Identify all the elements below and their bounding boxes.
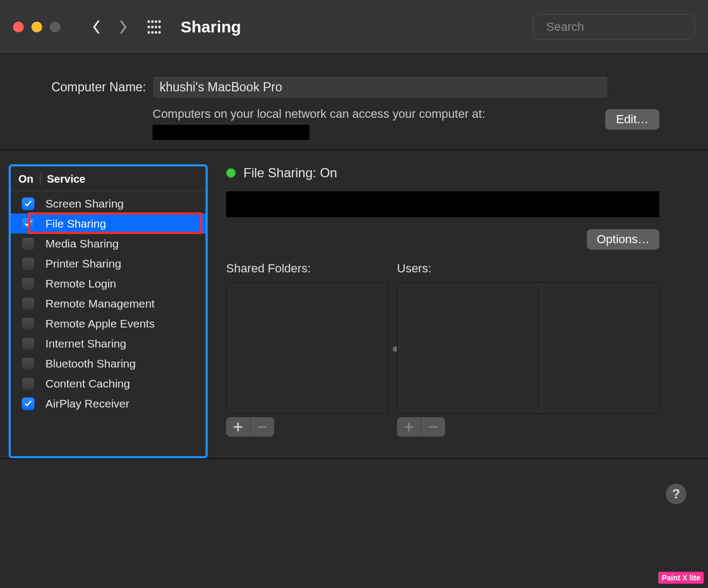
svg-point-1	[151, 20, 154, 23]
service-row[interactable]: AirPlay Receiver	[11, 393, 206, 413]
plus-icon	[404, 422, 414, 432]
service-row[interactable]: Media Sharing	[11, 233, 206, 253]
main-content: On Service Screen SharingFile SharingMed…	[0, 150, 708, 458]
footer: ? Paint X lite	[0, 458, 708, 588]
service-checkbox[interactable]	[22, 357, 35, 370]
minus-icon	[428, 422, 438, 432]
service-label: Content Caching	[45, 377, 206, 390]
service-label: Bluetooth Sharing	[45, 357, 206, 370]
service-row[interactable]: Content Caching	[11, 373, 206, 393]
svg-point-4	[148, 25, 150, 28]
service-checkbox[interactable]	[22, 317, 35, 330]
service-label: Remote Apple Events	[45, 317, 206, 330]
close-window-button[interactable]	[13, 22, 24, 32]
users-list[interactable]	[397, 282, 659, 414]
apps-grid-icon	[147, 20, 161, 34]
minus-icon	[257, 422, 267, 432]
chevron-left-icon	[92, 19, 101, 35]
add-user-button[interactable]	[397, 417, 421, 437]
help-button[interactable]: ?	[666, 484, 686, 504]
svg-point-0	[148, 20, 150, 23]
watermark-badge: Paint X lite	[658, 572, 704, 584]
users-label: Users:	[397, 262, 659, 276]
header-divider	[40, 173, 41, 185]
shared-folders-list[interactable]	[226, 282, 388, 414]
titlebar: Sharing	[0, 0, 708, 54]
address-redacted	[226, 191, 659, 217]
shared-folders-column: Shared Folders:	[226, 262, 388, 437]
service-label: Remote Management	[45, 297, 206, 310]
add-folder-button[interactable]	[226, 417, 250, 437]
service-checkbox[interactable]	[22, 257, 35, 270]
service-row[interactable]: Remote Management	[11, 293, 206, 313]
service-label: AirPlay Receiver	[45, 397, 206, 410]
svg-point-8	[148, 31, 150, 34]
maximize-window-button[interactable]	[50, 22, 61, 32]
svg-point-3	[158, 20, 161, 23]
service-label: File Sharing	[45, 217, 206, 230]
service-row[interactable]: Remote Login	[11, 273, 206, 293]
service-checkbox[interactable]	[22, 197, 35, 210]
services-header: On Service	[11, 166, 206, 191]
status-indicator-icon	[226, 168, 236, 178]
service-row[interactable]: File Sharing	[11, 213, 206, 233]
service-label: Remote Login	[45, 277, 206, 290]
service-label: Internet Sharing	[45, 337, 206, 350]
status-row: File Sharing: On	[226, 164, 659, 181]
service-checkbox[interactable]	[22, 237, 35, 250]
services-header-service: Service	[47, 173, 85, 185]
svg-point-5	[151, 25, 154, 28]
detail-panel: File Sharing: On Options… Shared Folders…	[226, 164, 659, 458]
chevron-right-icon	[119, 19, 128, 35]
computer-name-subtext: Computers on your local network can acce…	[153, 106, 485, 140]
users-column: Users:	[397, 262, 659, 437]
svg-point-6	[155, 25, 157, 28]
plus-icon	[233, 422, 243, 432]
hostname-redacted	[153, 125, 309, 140]
services-panel: On Service Screen SharingFile SharingMed…	[9, 164, 208, 458]
computer-name-section: Computer Name: Computers on your local n…	[0, 54, 708, 150]
minimize-window-button[interactable]	[31, 22, 42, 32]
back-button[interactable]	[89, 16, 104, 38]
edit-hostname-button[interactable]: Edit…	[605, 109, 659, 130]
service-checkbox[interactable]	[22, 217, 35, 230]
service-checkbox[interactable]	[22, 377, 35, 390]
computer-name-subtext-text: Computers on your local network can acce…	[153, 107, 485, 121]
remove-folder-button[interactable]	[250, 417, 274, 437]
svg-point-7	[158, 25, 161, 28]
service-checkbox[interactable]	[22, 277, 35, 290]
service-label: Printer Sharing	[45, 257, 206, 270]
service-checkbox[interactable]	[22, 337, 35, 350]
svg-point-2	[155, 20, 157, 23]
search-field[interactable]	[533, 14, 695, 40]
remove-user-button[interactable]	[421, 417, 445, 437]
shared-folders-buttons	[226, 417, 274, 437]
service-label: Media Sharing	[45, 237, 206, 250]
options-button[interactable]: Options…	[587, 229, 659, 250]
search-input[interactable]	[546, 20, 695, 34]
svg-point-9	[151, 31, 154, 34]
service-row[interactable]: Internet Sharing	[11, 333, 206, 353]
svg-point-11	[158, 31, 161, 34]
svg-point-10	[155, 31, 157, 34]
service-checkbox[interactable]	[22, 297, 35, 310]
services-list: Screen SharingFile SharingMedia SharingP…	[11, 191, 206, 413]
service-row[interactable]: Remote Apple Events	[11, 313, 206, 333]
computer-name-label: Computer Name:	[38, 80, 146, 95]
computer-name-input[interactable]	[153, 76, 608, 98]
service-row[interactable]: Screen Sharing	[11, 193, 206, 213]
service-row[interactable]: Bluetooth Sharing	[11, 353, 206, 373]
page-title: Sharing	[181, 18, 241, 36]
forward-button[interactable]	[116, 16, 131, 38]
service-row[interactable]: Printer Sharing	[11, 253, 206, 273]
services-header-on: On	[18, 173, 34, 185]
service-label: Screen Sharing	[45, 197, 206, 210]
window-controls	[13, 22, 61, 32]
shared-folders-label: Shared Folders:	[226, 262, 388, 276]
show-all-button[interactable]	[146, 19, 162, 35]
users-buttons	[397, 417, 445, 437]
status-text: File Sharing: On	[243, 165, 337, 181]
service-checkbox[interactable]	[22, 397, 35, 410]
